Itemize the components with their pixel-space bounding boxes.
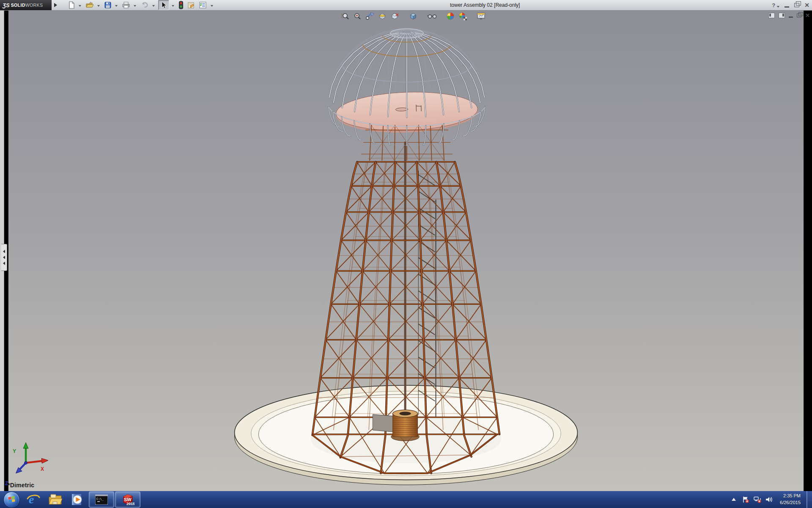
checklist-icon — [199, 1, 207, 9]
start-button[interactable] — [3, 491, 20, 508]
command-prompt-icon: C:\_ — [95, 494, 108, 505]
display-style-button[interactable] — [409, 12, 418, 20]
action-center-button[interactable] — [742, 496, 749, 503]
clock-time: 2:35 PM — [780, 493, 801, 500]
clock-date: 6/26/2015 — [780, 500, 801, 506]
network-disconnected-icon — [754, 496, 761, 503]
windows-explorer-button[interactable] — [44, 491, 66, 508]
zoom-to-fit-icon — [341, 12, 350, 20]
internet-explorer-button[interactable]: e — [22, 491, 44, 508]
zoom-to-area-button[interactable] — [353, 12, 362, 20]
flag-alert-icon — [742, 496, 749, 503]
traffic-light-icon — [178, 1, 184, 9]
apply-scene-button[interactable] — [458, 12, 467, 20]
undo-icon — [140, 1, 149, 9]
view-settings-icon — [477, 12, 486, 20]
window-controls: ? ✕ — [772, 0, 809, 10]
checker-caret[interactable] — [211, 5, 213, 8]
system-tray: 2:35 PM 6/26/2015 — [730, 491, 812, 508]
view-settings-button[interactable] — [477, 12, 486, 20]
apply-scene-icon — [458, 12, 467, 20]
open-button[interactable] — [85, 0, 95, 10]
document-close-button[interactable]: ✕ — [805, 12, 810, 19]
open-icon — [85, 1, 94, 9]
help-button[interactable]: ? — [772, 2, 775, 8]
sw-year: 2015 — [126, 502, 134, 506]
document-window-controls: ✕ — [768, 12, 810, 19]
folder-icon — [48, 493, 63, 506]
hide-show-items-button[interactable] — [427, 12, 436, 20]
speaker-icon — [765, 496, 773, 503]
command-prompt-button[interactable]: C:\_ — [89, 491, 114, 508]
media-player-button[interactable] — [66, 491, 88, 508]
new-caret[interactable] — [79, 5, 81, 8]
restore-button[interactable] — [794, 3, 799, 7]
collapse-pane-left-button[interactable] — [768, 13, 775, 18]
solidworks-logo-icon: ƷS — [3, 2, 10, 8]
document-minimize-button[interactable] — [789, 17, 793, 18]
view-orientation-label: *Dimetric — [8, 482, 34, 489]
save-button[interactable] — [103, 0, 112, 10]
close-button[interactable]: ✕ — [804, 0, 809, 10]
document-restore-button[interactable] — [797, 14, 801, 17]
solidworks-screen: { "window": { "title": "tower Assembly 0… — [0, 0, 812, 508]
zoom-to-area-icon — [354, 12, 362, 20]
taskbar: e C:\_ SW 2015 — [0, 491, 812, 508]
print-caret[interactable] — [134, 5, 136, 8]
new-document-icon — [68, 1, 75, 9]
triad-y-label: Y — [13, 448, 16, 454]
chevron-left-icon — [1, 256, 5, 259]
collapsed-panel-tab[interactable] — [1, 244, 7, 271]
minimize-button[interactable] — [785, 6, 789, 8]
new-document-button[interactable] — [67, 0, 76, 10]
previous-view-button[interactable] — [365, 12, 375, 20]
show-desktop-button[interactable] — [807, 491, 812, 508]
print-button[interactable] — [121, 0, 131, 10]
windows-flag-icon — [8, 496, 15, 503]
undo-caret[interactable] — [152, 5, 155, 8]
graphics-viewport[interactable]: ✕ Y X Z *Dimetric — [0, 11, 812, 491]
select-tool-button[interactable] — [158, 0, 169, 10]
select-caret[interactable] — [172, 5, 174, 8]
solidworks-logo[interactable]: ƷS SOLIDWORKS — [0, 0, 52, 10]
save-caret[interactable] — [115, 5, 118, 8]
undo-button[interactable] — [140, 0, 150, 10]
zoom-to-fit-button[interactable] — [341, 12, 350, 20]
view-orientation-button[interactable] — [390, 12, 399, 20]
collapse-pane-right-button[interactable] — [779, 13, 785, 18]
open-caret[interactable] — [97, 5, 100, 8]
section-view-icon — [378, 12, 387, 20]
taskbar-clock[interactable]: 2:35 PM 6/26/2015 — [780, 493, 801, 506]
up-arrow-icon — [731, 497, 736, 502]
titlebar: ƷS SOLIDWORKS tower Assembl — [0, 0, 812, 11]
select-cursor-icon — [159, 1, 168, 9]
note-hand-icon — [187, 1, 195, 9]
display-style-icon — [409, 12, 417, 20]
help-caret[interactable] — [777, 6, 779, 9]
design-checker-button[interactable] — [198, 0, 208, 10]
appearance-note-button[interactable] — [186, 0, 196, 10]
interference-detection-button[interactable] — [178, 0, 184, 10]
media-player-icon — [70, 493, 85, 506]
solidworks-2015-button[interactable]: SW 2015 — [115, 491, 140, 508]
show-hidden-icons-button[interactable] — [730, 496, 738, 503]
model-scene[interactable] — [0, 11, 812, 491]
appearance-ball-icon — [446, 12, 455, 20]
section-view-button[interactable] — [378, 12, 387, 20]
glasses-icon — [427, 12, 436, 20]
triad-x-label: X — [41, 466, 44, 472]
internet-explorer-icon: e — [26, 493, 41, 506]
previous-view-icon — [365, 12, 375, 20]
network-status-button[interactable] — [754, 496, 761, 503]
window-title: tower Assembly 02 [Read-only] — [450, 2, 520, 8]
menu-flyout-button[interactable] — [54, 2, 59, 8]
chevron-left-icon — [1, 262, 5, 265]
solidworks-2015-icon: SW 2015 — [121, 493, 134, 506]
view-orientation-icon — [390, 12, 399, 20]
brand-bold: SOLID — [11, 3, 25, 8]
headsup-view-toolbar — [341, 12, 486, 20]
main-toolbar — [67, 0, 215, 10]
edit-appearance-button[interactable] — [446, 12, 455, 20]
volume-button[interactable] — [765, 496, 773, 503]
print-icon — [122, 1, 130, 9]
